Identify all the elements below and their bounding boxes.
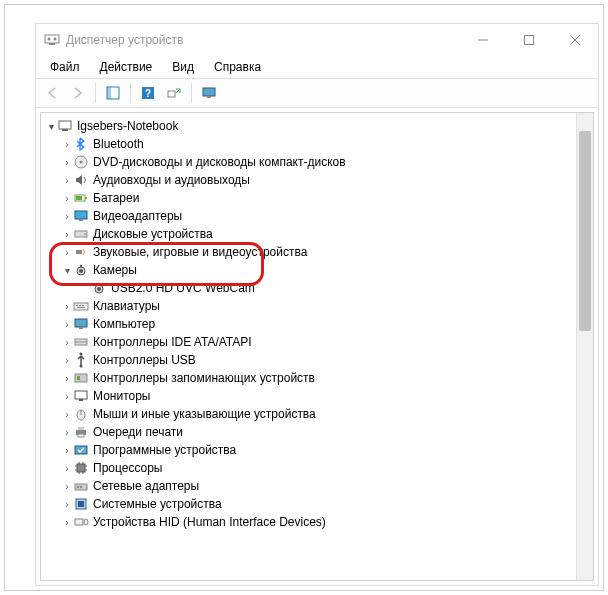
tree-device[interactable]: USB2.0 HD UVC WebCam [45, 279, 576, 297]
menu-view[interactable]: Вид [164, 58, 202, 76]
tree-category[interactable]: ›Мыши и иные указывающие устройства [45, 405, 576, 423]
chevron-right-icon[interactable]: › [61, 481, 73, 492]
chevron-right-icon[interactable]: › [61, 355, 73, 366]
category-label: Звуковые, игровые и видеоустройства [93, 245, 307, 259]
menubar: Файл Действие Вид Справка [36, 56, 598, 78]
tree-category[interactable]: ›Системные устройства [45, 495, 576, 513]
minimize-button[interactable] [460, 24, 506, 56]
chevron-right-icon[interactable]: › [61, 193, 73, 204]
titlebar: Диспетчер устройств [36, 24, 598, 56]
camera-icon [73, 262, 89, 278]
tree-category[interactable]: ›Устройства HID (Human Interface Devices… [45, 513, 576, 531]
battery-icon [73, 190, 89, 206]
chevron-right-icon[interactable]: › [61, 175, 73, 186]
monitors-button[interactable] [197, 81, 221, 105]
chevron-right-icon[interactable]: › [61, 301, 73, 312]
tree-category[interactable]: ›Видеоадаптеры [45, 207, 576, 225]
tree-category[interactable]: ›Bluetooth [45, 135, 576, 153]
maximize-button[interactable] [506, 24, 552, 56]
chevron-right-icon[interactable]: › [61, 391, 73, 402]
chevron-right-icon[interactable]: › [61, 211, 73, 222]
svg-rect-65 [80, 486, 82, 488]
chevron-right-icon[interactable]: › [61, 517, 73, 528]
window-controls [460, 24, 598, 56]
menu-help[interactable]: Справка [206, 58, 269, 76]
svg-rect-29 [80, 265, 82, 267]
network-icon [73, 478, 89, 494]
svg-rect-1 [49, 43, 55, 45]
chevron-right-icon[interactable]: › [61, 337, 73, 348]
svg-rect-67 [78, 501, 84, 507]
tree-category[interactable]: ›Очереди печати [45, 423, 576, 441]
tree-category[interactable]: ›Контроллеры запоминающих устройств [45, 369, 576, 387]
category-label: Сетевые адаптеры [93, 479, 199, 493]
chevron-right-icon[interactable]: › [61, 319, 73, 330]
tree-category[interactable]: ›Программные устройства [45, 441, 576, 459]
usb-icon [73, 352, 89, 368]
svg-rect-47 [79, 399, 83, 401]
svg-rect-26 [76, 250, 82, 254]
svg-rect-9 [107, 87, 111, 99]
show-hide-console-button[interactable] [101, 81, 125, 105]
svg-rect-0 [45, 35, 59, 43]
chevron-down-icon[interactable]: ▾ [61, 265, 73, 276]
menu-file[interactable]: Файл [42, 58, 88, 76]
toolbar-separator [130, 83, 131, 103]
chevron-right-icon[interactable]: › [61, 229, 73, 240]
scan-hardware-button[interactable] [162, 81, 186, 105]
tree-category[interactable]: ›Дисковые устройства [45, 225, 576, 243]
tree-category[interactable]: ›Контроллеры IDE ATA/ATAPI [45, 333, 576, 351]
menu-action[interactable]: Действие [92, 58, 161, 76]
camera-icon [91, 280, 107, 296]
back-button[interactable] [40, 81, 64, 105]
svg-rect-34 [76, 305, 78, 306]
svg-rect-45 [77, 376, 80, 380]
tree-category[interactable]: ›Компьютер [45, 315, 576, 333]
root-label: Igsebers-Notebook [77, 119, 178, 133]
chevron-right-icon[interactable]: › [61, 139, 73, 150]
chevron-right-icon[interactable]: › [61, 499, 73, 510]
tree-category[interactable]: ›Мониторы [45, 387, 576, 405]
forward-button[interactable] [66, 81, 90, 105]
help-button[interactable]: ? [136, 81, 160, 105]
chevron-right-icon[interactable]: › [61, 247, 73, 258]
device-label: USB2.0 HD UVC WebCam [111, 281, 255, 295]
tree-category[interactable]: ›Аудиовходы и аудиовыходы [45, 171, 576, 189]
svg-rect-12 [168, 91, 175, 97]
sound-icon [73, 244, 89, 260]
svg-rect-46 [75, 391, 87, 399]
window-title: Диспетчер устройств [66, 33, 460, 47]
svg-rect-14 [207, 96, 211, 98]
chevron-right-icon[interactable]: › [61, 463, 73, 474]
vertical-scrollbar[interactable] [576, 113, 593, 580]
chevron-right-icon[interactable]: › [61, 427, 73, 438]
chevron-right-icon[interactable]: › [61, 373, 73, 384]
chevron-right-icon[interactable]: › [61, 157, 73, 168]
tree-category[interactable]: ›Батареи [45, 189, 576, 207]
category-label: Батареи [93, 191, 139, 205]
toolbar: ? [36, 78, 598, 108]
chevron-right-icon[interactable]: › [61, 409, 73, 420]
toolbar-separator [95, 83, 96, 103]
tree-category[interactable]: ›Процессоры [45, 459, 576, 477]
tree-category[interactable]: ›Контроллеры USB [45, 351, 576, 369]
ide-icon [73, 334, 89, 350]
svg-rect-33 [74, 303, 88, 310]
app-icon [44, 32, 60, 48]
svg-point-25 [84, 233, 86, 235]
tree-category[interactable]: ›Сетевые адаптеры [45, 477, 576, 495]
scrollbar-thumb[interactable] [579, 131, 591, 331]
category-label: Bluetooth [93, 137, 144, 151]
tree-category[interactable]: ▾Камеры [45, 261, 576, 279]
tree-category[interactable]: ›Клавиатуры [45, 297, 576, 315]
category-label: Компьютер [93, 317, 155, 331]
chevron-down-icon[interactable]: ▾ [45, 121, 57, 132]
tree-root-node[interactable]: ▾Igsebers-Notebook [45, 117, 576, 135]
close-button[interactable] [552, 24, 598, 56]
category-label: Камеры [93, 263, 137, 277]
svg-text:?: ? [145, 88, 151, 99]
category-label: Процессоры [93, 461, 163, 475]
tree-category[interactable]: ›Звуковые, игровые и видеоустройства [45, 243, 576, 261]
chevron-right-icon[interactable]: › [61, 445, 73, 456]
tree-category[interactable]: ›DVD-дисководы и дисководы компакт-диско… [45, 153, 576, 171]
